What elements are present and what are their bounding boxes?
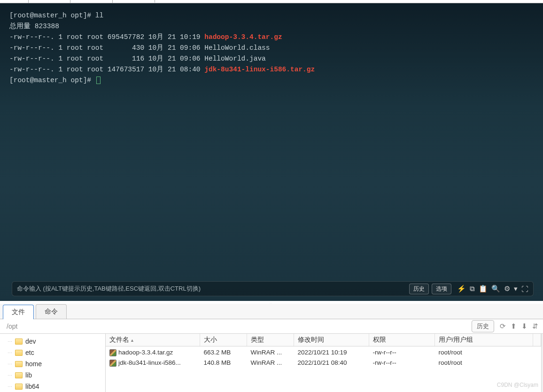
tree-item-home[interactable]: ⋯home [0, 358, 105, 369]
history-button[interactable]: 历史 [409, 284, 429, 294]
tree-item-lib[interactable]: ⋯lib [0, 369, 105, 381]
maximize-icon[interactable]: ⛶ [521, 285, 528, 293]
paste-icon[interactable]: 📋 [479, 284, 488, 293]
command-input-placeholder: 命令输入 (按ALT键提示历史,TAB键路径,ESC键返回,双击CTRL切换) [17, 284, 406, 293]
terminal-line: -rw-r--r--. 1 root root 116 10月 21 09:06… [9, 54, 534, 64]
terminal-line: -rw-r--r--. 1 root root 430 10月 21 09:06… [9, 43, 534, 54]
tree-item-label: lib64 [25, 383, 39, 390]
folder-icon [15, 361, 23, 367]
terminal-prompt: [root@master_h opt]# [9, 75, 534, 86]
terminal-line: [root@master_h opt]# ll [9, 10, 534, 21]
file-table: 文件名▲ 大小 类型 修改时间 权限 用户/用户组 hadoop-3.3.4.t… [106, 334, 541, 368]
refresh-icon[interactable]: ⟳ [500, 322, 506, 331]
file-panel: 文件 命令 /opt 历史 ⟳ ⬆ ⬇ ⇵ ⋯dev⋯etc⋯home⋯lib⋯… [0, 304, 543, 392]
table-header[interactable]: 文件名▲ 大小 类型 修改时间 权限 用户/用户组 [106, 334, 541, 346]
table-row[interactable]: jdk-8u341-linux-i586...140.8 MBWinRAR ..… [106, 358, 541, 368]
terminal-panel: [root@master_h opt]# ll 总用量 823388 -rw-r… [0, 3, 543, 301]
tree-item-label: home [25, 360, 42, 368]
terminal-output[interactable]: [root@master_h opt]# ll 总用量 823388 -rw-r… [0, 3, 543, 93]
tree-item-lib64[interactable]: ⋯lib64 [0, 381, 105, 392]
transfer-icon[interactable]: ⇵ [532, 322, 538, 331]
folder-tree[interactable]: ⋯dev⋯etc⋯home⋯lib⋯lib64 [0, 334, 106, 392]
search-icon[interactable]: 🔍 [491, 284, 500, 293]
bolt-icon[interactable]: ⚡ [457, 284, 466, 293]
tree-item-etc[interactable]: ⋯etc [0, 347, 105, 358]
options-button[interactable]: 选项 [432, 284, 451, 294]
upload-icon[interactable]: ⬆ [511, 322, 517, 331]
folder-icon [15, 384, 23, 390]
archive-icon [109, 360, 116, 367]
tree-item-label: dev [25, 338, 36, 345]
cursor-icon [96, 77, 101, 84]
tree-dots-icon: ⋯ [8, 350, 12, 355]
folder-icon [15, 372, 23, 378]
tree-dots-icon: ⋯ [8, 339, 12, 344]
bottom-tabs: 文件 命令 [0, 304, 543, 319]
tree-dots-icon: ⋯ [8, 361, 12, 367]
table-row[interactable]: hadoop-3.3.4.tar.gz663.2 MBWinRAR ...202… [106, 346, 541, 358]
sort-asc-icon: ▲ [130, 338, 134, 343]
download-icon[interactable]: ⬇ [521, 322, 527, 331]
copy-icon[interactable]: ⧉ [470, 284, 475, 293]
archive-icon [109, 349, 116, 356]
command-input-bar[interactable]: 命令输入 (按ALT键提示历史,TAB键路径,ESC键返回,双击CTRL切换) … [12, 281, 534, 296]
terminal-line: -rw-r--r--. 1 root root 147673517 10月 21… [9, 64, 534, 75]
session-tabs[interactable] [0, 0, 543, 3]
tab-file[interactable]: 文件 [3, 305, 34, 319]
folder-icon [15, 338, 23, 345]
tab-command[interactable]: 命令 [36, 304, 67, 319]
tree-item-label: etc [25, 349, 34, 356]
path-bar: /opt 历史 ⟳ ⬆ ⬇ ⇵ [0, 319, 543, 333]
settings-icon[interactable]: ⚙ [504, 284, 510, 293]
terminal-line: -rw-r--r--. 1 root root 695457782 10月 21… [9, 32, 534, 43]
chevron-down-icon[interactable]: ▾ [514, 284, 518, 293]
path-display[interactable]: /opt [5, 323, 472, 330]
path-history-button[interactable]: 历史 [472, 320, 494, 332]
terminal-line: 总用量 823388 [9, 21, 534, 32]
tree-dots-icon: ⋯ [8, 384, 12, 389]
tree-item-dev[interactable]: ⋯dev [0, 336, 105, 347]
folder-icon [15, 350, 23, 356]
tree-item-label: lib [25, 371, 32, 379]
watermark: C9DN @Clsyam [497, 382, 538, 388]
tree-dots-icon: ⋯ [8, 373, 12, 378]
